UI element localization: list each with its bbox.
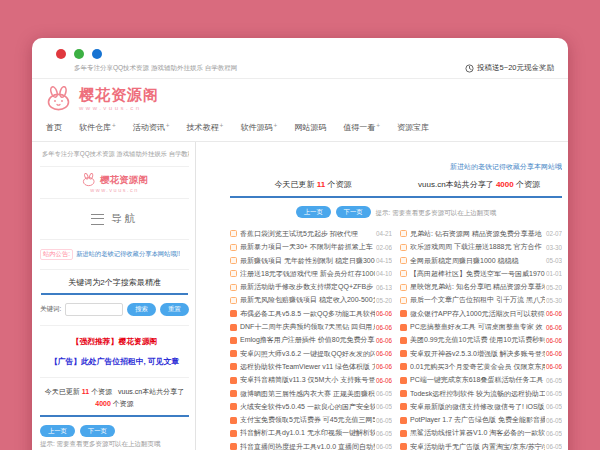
nav-item-1[interactable]: 首页 [46, 122, 62, 133]
resource-date: 06-05 [546, 417, 562, 424]
list-item[interactable]: 兄弟站: 钻石资源网 精品资源免费分享基地02-07 [400, 227, 562, 240]
list-item[interactable]: 安卓最新版的微信支持修改微信号了! iOS版06-05 [400, 400, 562, 413]
list-item[interactable]: 安卓闪照大师v3.6.2 一键提取QQ好友发的闪照06-06 [230, 347, 392, 360]
list-item[interactable]: 【高田超棒社区】免费送空军一号国威197001-01 [400, 267, 562, 280]
list-item[interactable]: 美团0.99元充值10元话费 使用10元话费秒到06-06 [400, 334, 562, 347]
resource-title[interactable]: 香蕉口袋浏览王试玩5元起步 招收代理 [240, 229, 375, 239]
list-item[interactable]: PotPlayer 1.7 去广告绿色版 免费全能影音播06-05 [400, 413, 562, 426]
resource-title[interactable]: 安卓抖音精简版v11.3 仅5M大小 支持账号登录 [240, 375, 375, 385]
resource-title[interactable]: 微博晒图第三届性感内衣大赛 正规美图赚积分 [240, 389, 375, 399]
resource-title[interactable]: 注册送18元零钱游戏代理 新会员分红存1000 [240, 269, 375, 279]
notice-link[interactable]: 新进站的老铁记得收藏分享本网站哦!! [76, 250, 180, 259]
resource-title[interactable]: 最新活动助手修改步数支持绑定QQ+ZFB步 [240, 282, 375, 292]
announcement-marquee[interactable]: 新进站的老铁记得收藏分享本网站哦 [230, 162, 562, 175]
minimize-window-button[interactable] [74, 49, 84, 59]
resource-title[interactable]: PC恶搞整蛊好友工具 可谓桌面整蛊专家 效 [410, 322, 545, 332]
list-item[interactable]: 0.01元购买3个月爱奇艺黄金会员 仅限京东用户06-06 [400, 360, 562, 373]
resource-title[interactable]: 全网最新稳定周赚日赚1000 稳稳稳 [410, 256, 545, 266]
resource-title[interactable]: 黑鲨活动线报计算器V1.0 淘客必备的一款软 [410, 428, 545, 438]
resource-title[interactable]: 最后一个文章广告位招租中 引千万流 黑八方 [410, 295, 545, 305]
sidebar-nav-toggle[interactable]: 导航 [40, 199, 189, 240]
list-item[interactable]: 支付宝免费领取5元话费券 可45元充值三网5006-05 [230, 413, 392, 426]
list-item[interactable]: 全网最新稳定周赚日赚1000 稳稳稳05-03 [400, 254, 562, 267]
nav-item-6[interactable]: 网站源码 [294, 122, 326, 133]
list-item[interactable]: 最后一个文章广告位招租中 引千万流 黑八方05-30 [400, 294, 562, 307]
list-item[interactable]: 欢乐游戏周周 下载注册送1888元 官方合作03-30 [400, 241, 562, 254]
resource-title[interactable]: 最新暴力项目一天30+ 不限制年龄抓紧上车 [240, 242, 375, 252]
prev-page-button[interactable]: 上一页 [40, 425, 75, 437]
resource-title[interactable]: 微众银行APP存入1000元活期次日可以获得现 [410, 309, 545, 319]
resource-title[interactable]: Emlog撸客用户注册插件 价值80元免费分享 [240, 335, 375, 345]
list-item[interactable]: 火绒安全软件v5.0.45 一款良心的国产安全软件06-05 [230, 400, 392, 413]
list-item[interactable]: 远程协助软件TeamViewer v11 绿色体积版 方便06-06 [230, 360, 392, 373]
resource-title[interactable]: 最新赚钱项目 无年龄性别限制 稳定日赚300+ [240, 256, 375, 266]
resource-title[interactable]: 安卓双开神器v2.5.3.0增强版 解决多账号登录 [410, 349, 545, 359]
resource-title[interactable]: 抖音解析工具dy1.0.1 无水印视频一键解析软件 [240, 428, 375, 438]
resource-title[interactable]: 安卓闪照大师v3.6.2 一键提取QQ好友发的闪照 [240, 349, 375, 359]
list-item[interactable]: 星映馆兄弟站: 知名分享吧 精品资源分享基地05-20 [400, 280, 562, 293]
resource-title[interactable]: PC端一键完成京东618叠蛋糕活动任务工具 [410, 375, 545, 385]
list-item[interactable]: 微众银行APP存入1000元活期次日可以获得现06-06 [400, 307, 562, 320]
list-item[interactable]: 最新无风险包赔赚钱项目 稳定收入200-500元05-20 [230, 294, 392, 307]
resource-title[interactable]: 【高田超棒社区】免费送空军一号国威1970 [410, 269, 545, 279]
resource-title[interactable]: Todesk远程控制软件 较为流畅的远程协助工具 [410, 389, 545, 399]
list-item[interactable]: 最新暴力项目一天30+ 不限制年龄抓紧上车02-06 [230, 241, 392, 254]
list-item[interactable]: 香蕉口袋浏览王试玩5元起步 招收代理04-21 [230, 227, 392, 240]
resource-title[interactable]: 远程协助软件TeamViewer v11 绿色体积版 方便 [240, 362, 375, 372]
list-item[interactable]: DNF十二周年庆典预约领取7天黑钻 回归用户06-06 [230, 320, 392, 333]
resource-title[interactable]: 0.01元购买3个月爱奇艺黄金会员 仅限京东用户 [410, 362, 545, 372]
list-item[interactable]: PC恶搞整蛊好友工具 可谓桌面整蛊专家 效06-06 [400, 320, 562, 333]
list-item[interactable]: PC端一键完成京东618叠蛋糕活动任务工具06-05 [400, 374, 562, 387]
list-item[interactable]: Todesk远程控制软件 较为流畅的远程协助工具06-05 [400, 387, 562, 400]
reset-button[interactable]: 重置 [160, 303, 189, 315]
next-page-button[interactable]: 下一页 [80, 425, 115, 437]
list-item[interactable]: 安卓双开神器v2.5.3.0增强版 解决多账号登录06-06 [400, 347, 562, 360]
resource-title[interactable]: 火绒安全软件v5.0.45 一款良心的国产安全软件 [240, 402, 375, 412]
resource-title[interactable]: 最新无风险包赔赚钱项目 稳定收入200-500元 [240, 295, 375, 305]
nav-item-3[interactable]: 活动资讯+ [133, 122, 170, 133]
nav-item-8[interactable]: 资源宝库 [397, 122, 429, 133]
resource-title[interactable]: DNF十二周年庆典预约领取7天黑钻 回归用户 [240, 322, 375, 332]
list-item[interactable]: 微博晒图第三届性感内衣大赛 正规美图赚积分06-05 [230, 387, 392, 400]
nav-item-7[interactable]: 值得一看+ [343, 122, 380, 133]
list-item[interactable]: 黑鲨活动线报计算器V1.0 淘客必备的一款软06-05 [400, 427, 562, 440]
resource-date: 04-15 [376, 257, 392, 264]
resource-title[interactable]: 支付宝免费领取5元话费券 可45元充值三网50 [240, 415, 375, 425]
list-item[interactable]: 安卓活动助手无广告版 内置淘宝/京东/苏宁/拼06-05 [400, 440, 562, 450]
sidebar-logo[interactable]: 樱花资源阁 www.vuus.cn [40, 167, 189, 199]
resource-title[interactable]: 兄弟站: 钻石资源网 精品资源免费分享基地 [410, 229, 545, 239]
nav-item-2[interactable]: 软件仓库+ [79, 122, 116, 133]
close-window-button[interactable] [56, 49, 66, 59]
list-item[interactable]: 布偶必备工具v5.8.5 一款QQ多功能工具软件06-06 [230, 307, 392, 320]
list-item[interactable]: Emlog撸客用户注册插件 价值80元免费分享06-06 [230, 334, 392, 347]
submission-promo-link[interactable]: 投稿送5~20元现金奖励 [465, 63, 554, 73]
list-item[interactable]: 最新赚钱项目 无年龄性别限制 稳定日赚300+04-15 [230, 254, 392, 267]
list-item[interactable]: 安卓抖音精简版v11.3 仅5M大小 支持账号登录06-06 [230, 374, 392, 387]
maximize-window-button[interactable] [92, 49, 102, 59]
search-input[interactable] [65, 303, 123, 316]
resource-date: 06-06 [546, 337, 562, 344]
list-item[interactable]: 最新活动助手修改步数支持绑定QQ+ZFB步06-13 [230, 280, 392, 293]
hot-icon [400, 390, 407, 397]
resource-title[interactable]: 安卓最新版的微信支持修改微信号了! iOS版 [410, 402, 545, 412]
ad-slot-link[interactable]: 【广告】此处广告位招租中, 可见文章 [40, 351, 189, 378]
prev-page-button[interactable]: 上一页 [296, 206, 331, 218]
nav-item-5[interactable]: 软件源码+ [240, 122, 277, 133]
resource-date: 06-06 [376, 363, 392, 370]
list-item[interactable]: 注册送18元零钱游戏代理 新会员分红存100004-10 [230, 267, 392, 280]
resource-date: 06-06 [376, 310, 392, 317]
search-button[interactable]: 搜索 [127, 303, 156, 315]
resource-title[interactable]: 美团0.99元充值10元话费 使用10元话费秒到 [410, 335, 545, 345]
resource-title[interactable]: 布偶必备工具v5.8.5 一款QQ多功能工具软件 [240, 309, 375, 319]
resource-title[interactable]: 抖音直播间热度提升工具v1.0.0 直播间自动赞 [240, 442, 375, 450]
nav-item-4[interactable]: 技术教程+ [187, 122, 224, 133]
next-page-button[interactable]: 下一页 [336, 206, 371, 218]
list-item[interactable]: 抖音解析工具dy1.0.1 无水印视频一键解析软件06-05 [230, 427, 392, 440]
resource-title[interactable]: 欢乐游戏周周 下载注册送1888元 官方合作 [410, 242, 545, 252]
list-item[interactable]: 抖音直播间热度提升工具v1.0.0 直播间自动赞06-05 [230, 440, 392, 450]
resource-title[interactable]: PotPlayer 1.7 去广告绿色版 免费全能影音播 [410, 415, 545, 425]
site-title[interactable]: 樱花资源阁 [79, 87, 159, 104]
strong-recommend-link[interactable]: 【强烈推荐】樱花资源阁 [40, 326, 189, 351]
resource-title[interactable]: 安卓活动助手无广告版 内置淘宝/京东/苏宁/拼 [410, 442, 545, 450]
resource-title[interactable]: 星映馆兄弟站: 知名分享吧 精品资源分享基地 [410, 282, 545, 292]
